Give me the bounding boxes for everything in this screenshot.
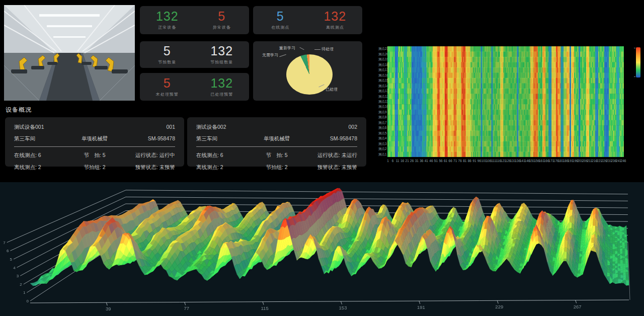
heatmap-x-tick: 36: [420, 159, 423, 163]
device-sn: SM-958478: [330, 135, 357, 142]
heatmap-y-label: 测点7: [378, 121, 386, 125]
stat-card-beats: 5 节拍数量 132 节拍组数量: [140, 41, 249, 68]
heatmap-x-tick: 41: [425, 159, 428, 163]
heatmap-y-label: 测点18: [378, 63, 386, 67]
stat-label: 离线测点: [308, 25, 363, 30]
heatmap-x-tick: 61: [444, 159, 447, 163]
heatmap-y-label: 测点1: [378, 152, 386, 157]
heatmap-x-tick: 81: [463, 159, 466, 163]
device-stat: 离线测点2: [196, 164, 250, 171]
heatmap-y-label: 测点9: [378, 110, 386, 115]
device-stat: 离线测点2: [14, 164, 68, 171]
stat-label: 正常设备: [140, 25, 195, 30]
heatmap-y-label: 测点2: [378, 147, 386, 151]
dashboard-screen: 132 正常设备 5 异常设备 5 在线测点 132 离线测点 5 节拍数量: [0, 0, 644, 316]
pie-label-relearn: 重新学习: [279, 45, 295, 51]
pie-leader-line: [279, 54, 286, 57]
colorbar-tick: [634, 76, 635, 77]
divider: [196, 146, 357, 147]
heatmap-x-tick: 71: [453, 159, 457, 163]
stat-abnormal-devices: 5 异常设备: [195, 10, 250, 30]
heatmap-y-label: 测点19: [378, 57, 386, 62]
heatmap-x-tick: 16: [400, 159, 404, 163]
device-name: 测试设备002: [196, 124, 226, 131]
colorbar-tick: [634, 48, 635, 48]
heatmap-y-label: 测点16: [378, 73, 386, 78]
heatmap-x-tick: 6: [392, 159, 394, 163]
pie-label-no-learn: 无需学习: [262, 52, 278, 58]
device-workshop: 第三车间: [14, 135, 68, 142]
stat-beat-group-count: 132 节拍组数量: [195, 45, 250, 65]
stat-value: 132: [308, 10, 363, 23]
stat-value: 5: [253, 10, 308, 23]
heatmap-x-tick: 31: [415, 159, 419, 163]
surface-3d-panel: [0, 182, 644, 316]
device-card-002[interactable]: 测试设备002 002 第三车间 单项机械臂 SM-958478 在线测点6 节…: [187, 117, 366, 167]
stat-offline-points: 132 离线测点: [308, 10, 363, 30]
heatmap-y-label: 测点13: [378, 89, 386, 94]
surface-3d-canvas: [0, 182, 644, 316]
device-stat: 预警状态未预警: [317, 164, 357, 171]
device-name: 测试设备001: [14, 124, 44, 131]
pie-leader-line: [299, 47, 304, 50]
stat-unhandled-alarms: 5 未处理预警: [140, 77, 195, 97]
heatmap-y-label: 测点10: [378, 105, 386, 109]
device-stat: 节拍组2: [84, 164, 105, 171]
stat-value: 5: [140, 45, 195, 57]
stat-value: 132: [140, 10, 195, 23]
stat-online-points: 5 在线测点: [253, 10, 308, 30]
pie-leader-line: [314, 49, 320, 50]
device-stat: 节 拍5: [266, 152, 287, 159]
heatmap-y-label: 测点6: [378, 126, 386, 130]
stat-label: 节拍数量: [140, 59, 195, 65]
stat-card-devices: 132 正常设备 5 异常设备: [140, 6, 249, 34]
stat-label: 未处理预警: [140, 92, 195, 97]
factory-photo-art: [4, 5, 135, 101]
device-stat: 预警状态未预警: [135, 164, 175, 171]
device-card-001[interactable]: 测试设备001 001 第三车间 单项机械臂 SM-958478 在线测点6 节…: [5, 117, 184, 167]
stat-value: 5: [140, 77, 195, 90]
heatmap-x-tick: 91: [472, 159, 476, 163]
heatmap-y-label: 测点20: [378, 52, 386, 57]
heatmap-x-tick: 11: [396, 159, 399, 163]
device-stat: 在线测点6: [196, 152, 250, 159]
stat-label: 节拍组数量: [195, 59, 250, 65]
heatmap-colorbar: [636, 47, 640, 77]
stat-card-points: 5 在线测点 132 离线测点: [253, 6, 362, 34]
heatmap-x-tick: 96: [477, 159, 481, 163]
heatmap-y-label: 测点5: [378, 131, 386, 136]
stat-handled-alarms: 132 已处理预警: [195, 77, 250, 97]
device-stat: 在线测点6: [14, 152, 68, 159]
heatmap-x-tick: 66: [449, 159, 452, 163]
device-workshop: 第三车间: [196, 135, 250, 142]
device-code: 001: [166, 124, 175, 131]
heatmap-x-tick: 56: [439, 159, 442, 163]
heatmap-x-tick: 21: [406, 159, 409, 163]
device-stat: 节 拍5: [84, 152, 105, 159]
device-type: 单项机械臂: [264, 135, 290, 142]
heatmap-x-tick: 46: [429, 159, 433, 163]
device-stat: 节拍组2: [266, 164, 287, 171]
heatmap-y-label: 测点12: [378, 95, 386, 99]
heatmap-x-tick: 51: [434, 159, 438, 163]
heatmap-x-tick: 246: [621, 159, 626, 163]
device-stat: 运行状态运行中: [135, 152, 175, 159]
factory-photo: [4, 5, 135, 101]
stat-beat-count: 5 节拍数量: [140, 45, 195, 65]
heatmap-x-tick: 86: [468, 159, 471, 163]
stat-value: 132: [195, 77, 250, 90]
heatmap-y-label: 测点4: [378, 136, 386, 141]
heatmap-panel: 测点21测点20测点19测点18测点17测点16测点15测点14测点13测点12…: [378, 44, 644, 170]
pie-chart-card: 重新学习 待处理 无需学习 已处理: [253, 41, 362, 101]
heatmap-y-label: 测点14: [378, 84, 386, 89]
stat-label: 已处理预警: [195, 92, 250, 97]
heatmap-y-label: 测点17: [378, 68, 386, 72]
device-stat: 运行状态未运行: [317, 152, 357, 159]
stat-label: 异常设备: [195, 25, 250, 30]
heatmap-x-tick: 76: [458, 159, 462, 163]
pie-label-done: 已处理: [326, 87, 338, 92]
stat-card-alarms: 5 未处理预警 132 已处理预警: [140, 73, 249, 101]
heatmap-y-label: 测点8: [378, 115, 386, 120]
heatmap-y-label: 测点15: [378, 78, 386, 83]
device-type: 单项机械臂: [82, 135, 108, 142]
